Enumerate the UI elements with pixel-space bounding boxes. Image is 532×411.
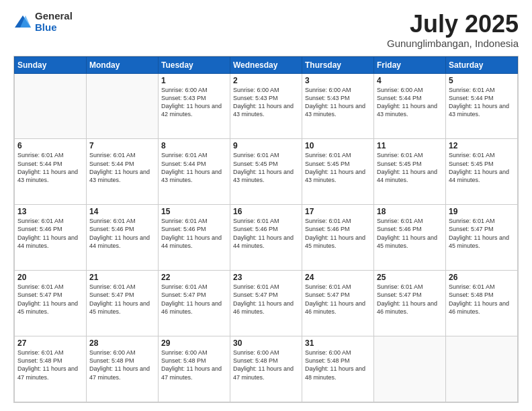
day-number: 7 (89, 141, 155, 150)
table-row: 6Sunrise: 6:01 AMSunset: 5:44 PMDaylight… (15, 139, 87, 205)
day-number: 21 (89, 273, 155, 282)
table-row: 7Sunrise: 6:01 AMSunset: 5:44 PMDaylight… (87, 139, 159, 205)
weekday-header: Tuesday (159, 56, 230, 73)
day-info: Sunrise: 6:00 AMSunset: 5:48 PMDaylight:… (305, 349, 371, 381)
day-info: Sunrise: 6:01 AMSunset: 5:47 PMDaylight:… (377, 283, 443, 316)
day-number: 5 (449, 76, 515, 85)
table-row: 12Sunrise: 6:01 AMSunset: 5:45 PMDayligh… (446, 139, 518, 205)
day-info: Sunrise: 6:01 AMSunset: 5:44 PMDaylight:… (161, 151, 227, 184)
day-info: Sunrise: 6:01 AMSunset: 5:46 PMDaylight:… (161, 217, 227, 250)
table-row: 30Sunrise: 6:00 AMSunset: 5:48 PMDayligh… (230, 336, 302, 402)
day-number: 14 (89, 207, 155, 216)
day-info: Sunrise: 6:01 AMSunset: 5:48 PMDaylight:… (449, 283, 515, 316)
week-row: 13Sunrise: 6:01 AMSunset: 5:46 PMDayligh… (15, 205, 518, 271)
weekday-header: Sunday (15, 56, 87, 73)
day-info: Sunrise: 6:01 AMSunset: 5:46 PMDaylight:… (89, 217, 155, 250)
month-title: July 2025 (387, 11, 519, 38)
day-info: Sunrise: 6:01 AMSunset: 5:47 PMDaylight:… (89, 283, 155, 316)
table-row: 2Sunrise: 6:00 AMSunset: 5:43 PMDaylight… (230, 73, 302, 139)
table-row: 25Sunrise: 6:01 AMSunset: 5:47 PMDayligh… (374, 271, 446, 336)
logo-blue: Blue (35, 22, 73, 34)
table-row: 13Sunrise: 6:01 AMSunset: 5:46 PMDayligh… (15, 205, 87, 271)
day-info: Sunrise: 6:00 AMSunset: 5:43 PMDaylight:… (161, 86, 227, 119)
day-info: Sunrise: 6:01 AMSunset: 5:44 PMDaylight:… (17, 151, 83, 184)
day-info: Sunrise: 6:01 AMSunset: 5:47 PMDaylight:… (233, 283, 299, 316)
table-row: 31Sunrise: 6:00 AMSunset: 5:48 PMDayligh… (302, 336, 374, 402)
day-number: 17 (305, 207, 371, 216)
day-number: 30 (233, 338, 299, 348)
table-row: 8Sunrise: 6:01 AMSunset: 5:44 PMDaylight… (159, 139, 230, 205)
table-row: 23Sunrise: 6:01 AMSunset: 5:47 PMDayligh… (230, 271, 302, 336)
day-number: 22 (161, 273, 227, 282)
table-row: 20Sunrise: 6:01 AMSunset: 5:47 PMDayligh… (15, 271, 87, 336)
table-row: 28Sunrise: 6:00 AMSunset: 5:48 PMDayligh… (87, 336, 159, 402)
day-number: 31 (305, 338, 371, 348)
day-info: Sunrise: 6:00 AMSunset: 5:43 PMDaylight:… (233, 86, 299, 119)
table-row (87, 73, 159, 139)
day-number: 29 (161, 338, 227, 348)
table-row: 19Sunrise: 6:01 AMSunset: 5:47 PMDayligh… (446, 205, 518, 271)
week-row: 20Sunrise: 6:01 AMSunset: 5:47 PMDayligh… (15, 271, 518, 336)
day-number: 23 (233, 273, 299, 282)
table-row: 15Sunrise: 6:01 AMSunset: 5:46 PMDayligh… (159, 205, 230, 271)
day-number: 20 (17, 273, 83, 282)
day-info: Sunrise: 6:01 AMSunset: 5:44 PMDaylight:… (449, 86, 515, 119)
logo-text: General Blue (35, 11, 73, 33)
day-info: Sunrise: 6:01 AMSunset: 5:47 PMDaylight:… (305, 283, 371, 316)
table-row: 14Sunrise: 6:01 AMSunset: 5:46 PMDayligh… (87, 205, 159, 271)
table-row: 26Sunrise: 6:01 AMSunset: 5:48 PMDayligh… (446, 271, 518, 336)
weekday-row: SundayMondayTuesdayWednesdayThursdayFrid… (15, 56, 518, 73)
day-info: Sunrise: 6:01 AMSunset: 5:45 PMDaylight:… (377, 151, 443, 184)
logo-icon (13, 13, 32, 32)
logo: General Blue (13, 11, 73, 33)
week-row: 6Sunrise: 6:01 AMSunset: 5:44 PMDaylight… (15, 139, 518, 205)
day-info: Sunrise: 6:01 AMSunset: 5:47 PMDaylight:… (17, 283, 83, 316)
day-number: 11 (377, 141, 443, 150)
day-number: 8 (161, 141, 227, 150)
day-number: 6 (17, 141, 83, 150)
table-row: 29Sunrise: 6:00 AMSunset: 5:48 PMDayligh… (159, 336, 230, 402)
table-row: 10Sunrise: 6:01 AMSunset: 5:45 PMDayligh… (302, 139, 374, 205)
weekday-header: Thursday (302, 56, 374, 73)
calendar: SundayMondayTuesdayWednesdayThursdayFrid… (13, 56, 519, 403)
day-info: Sunrise: 6:01 AMSunset: 5:45 PMDaylight:… (305, 151, 371, 184)
week-row: 27Sunrise: 6:01 AMSunset: 5:48 PMDayligh… (15, 336, 518, 402)
day-info: Sunrise: 6:01 AMSunset: 5:44 PMDaylight:… (89, 151, 155, 184)
table-row (446, 336, 518, 402)
day-number: 27 (17, 338, 83, 348)
table-row: 4Sunrise: 6:00 AMSunset: 5:44 PMDaylight… (374, 73, 446, 139)
day-info: Sunrise: 6:01 AMSunset: 5:46 PMDaylight:… (17, 217, 83, 250)
day-info: Sunrise: 6:01 AMSunset: 5:47 PMDaylight:… (449, 217, 515, 250)
table-row (15, 73, 87, 139)
day-number: 26 (449, 273, 515, 282)
table-row: 9Sunrise: 6:01 AMSunset: 5:45 PMDaylight… (230, 139, 302, 205)
day-number: 13 (17, 207, 83, 216)
calendar-body: 1Sunrise: 6:00 AMSunset: 5:43 PMDaylight… (15, 73, 518, 402)
table-row: 21Sunrise: 6:01 AMSunset: 5:47 PMDayligh… (87, 271, 159, 336)
day-number: 28 (89, 338, 155, 348)
title-block: July 2025 Gununglimbangan, Indonesia (387, 11, 519, 49)
day-info: Sunrise: 6:01 AMSunset: 5:47 PMDaylight:… (161, 283, 227, 316)
calendar-table: SundayMondayTuesdayWednesdayThursdayFrid… (14, 56, 518, 402)
weekday-header: Wednesday (230, 56, 302, 73)
day-info: Sunrise: 6:01 AMSunset: 5:46 PMDaylight:… (305, 217, 371, 250)
day-number: 19 (449, 207, 515, 216)
table-row: 1Sunrise: 6:00 AMSunset: 5:43 PMDaylight… (159, 73, 230, 139)
table-row (374, 336, 446, 402)
day-number: 2 (233, 76, 299, 85)
header: General Blue July 2025 Gununglimbangan, … (13, 11, 519, 49)
calendar-header: SundayMondayTuesdayWednesdayThursdayFrid… (15, 56, 518, 73)
logo-general: General (35, 11, 73, 22)
day-number: 4 (377, 76, 443, 85)
day-number: 10 (305, 141, 371, 150)
day-info: Sunrise: 6:00 AMSunset: 5:48 PMDaylight:… (233, 349, 299, 381)
day-info: Sunrise: 6:01 AMSunset: 5:46 PMDaylight:… (377, 217, 443, 250)
day-number: 12 (449, 141, 515, 150)
day-number: 24 (305, 273, 371, 282)
table-row: 3Sunrise: 6:00 AMSunset: 5:43 PMDaylight… (302, 73, 374, 139)
day-info: Sunrise: 6:01 AMSunset: 5:48 PMDaylight:… (17, 349, 83, 381)
table-row: 11Sunrise: 6:01 AMSunset: 5:45 PMDayligh… (374, 139, 446, 205)
table-row: 27Sunrise: 6:01 AMSunset: 5:48 PMDayligh… (15, 336, 87, 402)
day-number: 18 (377, 207, 443, 216)
week-row: 1Sunrise: 6:00 AMSunset: 5:43 PMDaylight… (15, 73, 518, 139)
